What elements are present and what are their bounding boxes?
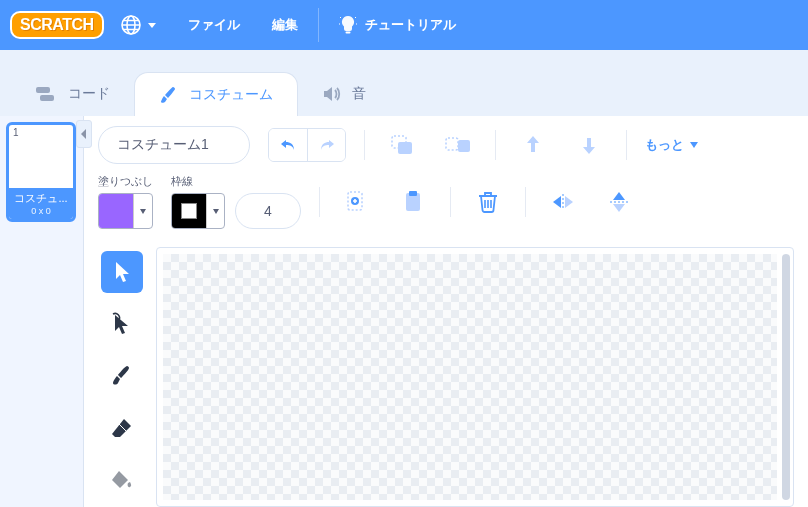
- globe-icon: [120, 14, 142, 36]
- down-arrow-icon: [580, 134, 598, 156]
- separator: [495, 130, 496, 160]
- brush-tool[interactable]: [101, 355, 143, 397]
- flip-vertical-icon: [608, 190, 630, 214]
- costume-name: コスチュ...: [11, 191, 71, 206]
- fill-control: 塗りつぶし: [98, 174, 153, 229]
- separator: [364, 130, 365, 160]
- bucket-icon: [111, 470, 133, 490]
- ungroup-button[interactable]: [439, 128, 477, 162]
- outline-dropdown[interactable]: [206, 194, 224, 228]
- chevron-down-icon: [690, 142, 698, 148]
- outline-control: 枠線: [171, 174, 301, 229]
- tutorials-button[interactable]: チュートリアル: [323, 0, 472, 50]
- paint-brush-icon: [111, 364, 133, 388]
- paste-button[interactable]: [394, 185, 432, 219]
- group-icon: [390, 134, 414, 156]
- costume-thumbnail[interactable]: 1 コスチュ... 0 x 0: [6, 122, 76, 222]
- copy-icon: [346, 190, 368, 214]
- costume-thumb-footer: コスチュ... 0 x 0: [9, 188, 73, 219]
- sidebar-collapse-handle[interactable]: [76, 120, 92, 148]
- fill-dropdown[interactable]: [133, 194, 151, 228]
- redo-icon: [317, 137, 337, 153]
- edit-menu[interactable]: 編集: [256, 0, 314, 50]
- ungroup-icon: [445, 134, 471, 156]
- separator: [626, 130, 627, 160]
- forward-button[interactable]: [514, 128, 552, 162]
- tab-costumes-label: コスチューム: [189, 86, 273, 104]
- up-arrow-icon: [524, 134, 542, 156]
- svg-rect-8: [458, 140, 470, 152]
- tool-column: [98, 247, 146, 507]
- outline-color-button[interactable]: [171, 193, 225, 229]
- fill-swatch: [99, 194, 133, 228]
- tab-row: コード コスチューム 音: [0, 50, 808, 116]
- workspace: [98, 247, 794, 507]
- svg-rect-6: [398, 142, 412, 154]
- costume-size: 0 x 0: [11, 206, 71, 216]
- separator: [525, 187, 526, 217]
- canvas-checker: [163, 254, 777, 500]
- paint-editor: もっと 塗りつぶし 枠線: [84, 116, 808, 507]
- fill-label: 塗りつぶし: [98, 174, 153, 189]
- tab-sounds[interactable]: 音: [298, 72, 390, 116]
- flip-horizontal-icon: [550, 192, 576, 212]
- more-label: もっと: [645, 136, 684, 154]
- tab-code-label: コード: [68, 85, 110, 103]
- main-area: 1 コスチュ... 0 x 0: [0, 116, 808, 507]
- undo-icon: [278, 137, 298, 153]
- file-menu[interactable]: ファイル: [172, 0, 256, 50]
- fill-tool[interactable]: [101, 459, 143, 501]
- tab-code[interactable]: コード: [12, 72, 134, 116]
- backward-button[interactable]: [570, 128, 608, 162]
- lightbulb-icon: [339, 15, 357, 35]
- scratch-logo[interactable]: SCRATCH: [10, 11, 104, 39]
- select-tool[interactable]: [101, 251, 143, 293]
- undo-redo-group: [268, 128, 346, 162]
- pointer-icon: [112, 260, 132, 284]
- redo-button[interactable]: [307, 129, 345, 161]
- trash-icon: [478, 191, 498, 213]
- reshape-icon: [111, 312, 133, 336]
- code-icon: [36, 85, 58, 103]
- svg-rect-2: [345, 32, 350, 34]
- copy-button[interactable]: [338, 185, 376, 219]
- sound-icon: [322, 85, 342, 103]
- costume-list-sidebar: 1 コスチュ... 0 x 0: [0, 116, 84, 507]
- toolbar-row-2: 塗りつぶし 枠線: [98, 174, 794, 229]
- svg-rect-3: [36, 87, 50, 93]
- costume-name-input[interactable]: [98, 126, 250, 164]
- costume-preview: [9, 140, 73, 188]
- costume-number: 1: [9, 125, 73, 140]
- separator: [450, 187, 451, 217]
- tab-costumes[interactable]: コスチューム: [134, 72, 298, 116]
- tab-sounds-label: 音: [352, 85, 366, 103]
- undo-button[interactable]: [269, 129, 307, 161]
- menu-bar: SCRATCH ファイル 編集 チュートリアル: [0, 0, 808, 50]
- brush-icon: [159, 85, 179, 105]
- eraser-tool[interactable]: [101, 407, 143, 449]
- svg-rect-4: [40, 95, 54, 101]
- more-menu[interactable]: もっと: [645, 136, 698, 154]
- delete-button[interactable]: [469, 185, 507, 219]
- tutorials-label: チュートリアル: [365, 16, 456, 34]
- toolbar-row-1: もっと: [98, 126, 794, 164]
- canvas[interactable]: [156, 247, 794, 507]
- outline-width-input[interactable]: [235, 193, 301, 229]
- chevron-down-icon: [148, 23, 156, 28]
- outline-label: 枠線: [171, 174, 301, 189]
- outline-swatch: [172, 194, 206, 228]
- fill-color-button[interactable]: [98, 193, 153, 229]
- reshape-tool[interactable]: [101, 303, 143, 345]
- flip-vertical-button[interactable]: [600, 185, 638, 219]
- eraser-icon: [110, 417, 134, 439]
- svg-rect-7: [446, 138, 458, 150]
- separator: [319, 187, 320, 217]
- language-menu[interactable]: [104, 0, 172, 50]
- svg-rect-12: [409, 191, 417, 196]
- paste-icon: [402, 190, 424, 214]
- menu-separator: [318, 8, 319, 42]
- group-button[interactable]: [383, 128, 421, 162]
- vertical-scrollbar[interactable]: [782, 254, 790, 500]
- flip-horizontal-button[interactable]: [544, 185, 582, 219]
